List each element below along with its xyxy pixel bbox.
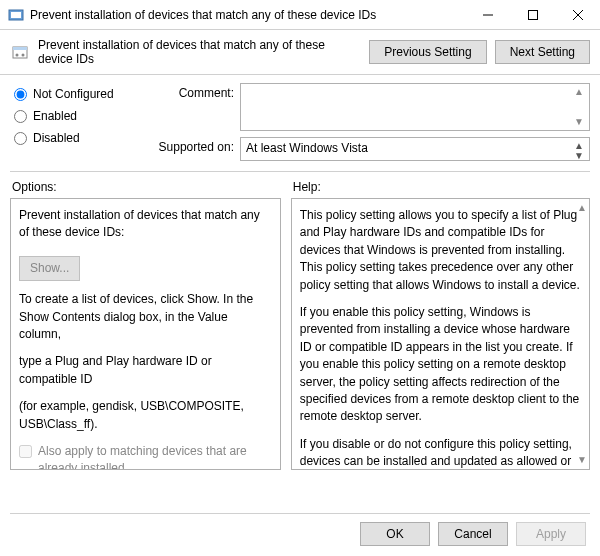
also-apply-checkbox <box>19 445 32 458</box>
help-label: Help: <box>291 178 590 198</box>
svg-rect-7 <box>13 47 27 50</box>
ok-button[interactable]: OK <box>360 522 430 546</box>
options-label: Options: <box>10 178 281 198</box>
minimize-button[interactable] <box>465 0 510 30</box>
svg-rect-1 <box>11 12 21 18</box>
options-field-label: Prevent installation of devices that mat… <box>19 207 272 242</box>
options-pane: Prevent installation of devices that mat… <box>10 198 281 470</box>
svg-point-9 <box>22 54 25 57</box>
radio-not-configured-input[interactable] <box>14 88 27 101</box>
svg-rect-3 <box>528 10 537 19</box>
scroll-up-icon: ▲ <box>574 87 584 97</box>
radio-not-configured-label: Not Configured <box>33 87 114 101</box>
show-button: Show... <box>19 256 80 281</box>
comment-textbox[interactable]: ▲▼ <box>240 83 590 131</box>
previous-setting-button[interactable]: Previous Setting <box>369 40 486 64</box>
radio-enabled-input[interactable] <box>14 110 27 123</box>
supported-on-value: At least Windows Vista <box>246 141 368 157</box>
config-section: Not Configured Enabled Disabled Comment:… <box>0 75 600 165</box>
app-icon <box>8 7 24 23</box>
apply-button[interactable]: Apply <box>516 522 586 546</box>
header-title: Prevent installation of devices that mat… <box>38 38 361 66</box>
scroll-down-icon: ▼ <box>574 117 584 127</box>
maximize-button[interactable] <box>510 0 555 30</box>
radio-enabled-label: Enabled <box>33 109 77 123</box>
footer-buttons: OK Cancel Apply <box>360 522 586 546</box>
svg-point-8 <box>16 54 19 57</box>
supported-label: Supported on: <box>144 137 234 161</box>
supported-on-box: At least Windows Vista ▲▼ <box>240 137 590 161</box>
divider <box>10 171 590 172</box>
options-hint-1: To create a list of devices, click Show.… <box>19 291 272 343</box>
footer-divider <box>10 513 590 514</box>
policy-icon <box>10 42 30 62</box>
close-button[interactable] <box>555 0 600 30</box>
header-bar: Prevent installation of devices that mat… <box>0 30 600 75</box>
radio-not-configured[interactable]: Not Configured <box>14 87 134 101</box>
scroll-down-icon: ▼ <box>574 151 584 161</box>
state-radio-group: Not Configured Enabled Disabled <box>14 83 134 161</box>
radio-disabled-input[interactable] <box>14 132 27 145</box>
also-apply-row: Also apply to matching devices that are … <box>19 443 272 470</box>
options-hint-3: (for example, gendisk, USB\COMPOSITE, US… <box>19 398 272 433</box>
help-paragraph-3: If you disable or do not configure this … <box>300 436 581 470</box>
radio-disabled[interactable]: Disabled <box>14 131 134 145</box>
cancel-button[interactable]: Cancel <box>438 522 508 546</box>
titlebar: Prevent installation of devices that mat… <box>0 0 600 30</box>
help-paragraph-2: If you enable this policy setting, Windo… <box>300 304 581 426</box>
radio-disabled-label: Disabled <box>33 131 80 145</box>
comment-value <box>246 87 570 127</box>
also-apply-label: Also apply to matching devices that are … <box>38 443 272 470</box>
radio-enabled[interactable]: Enabled <box>14 109 134 123</box>
window-title: Prevent installation of devices that mat… <box>30 8 465 22</box>
help-paragraph-1: This policy setting allows you to specif… <box>300 207 581 294</box>
panes: Options: Prevent installation of devices… <box>0 178 600 478</box>
options-hint-2: type a Plug and Play hardware ID or comp… <box>19 353 272 388</box>
help-pane: This policy setting allows you to specif… <box>291 198 590 470</box>
comment-label: Comment: <box>144 83 234 131</box>
next-setting-button[interactable]: Next Setting <box>495 40 590 64</box>
